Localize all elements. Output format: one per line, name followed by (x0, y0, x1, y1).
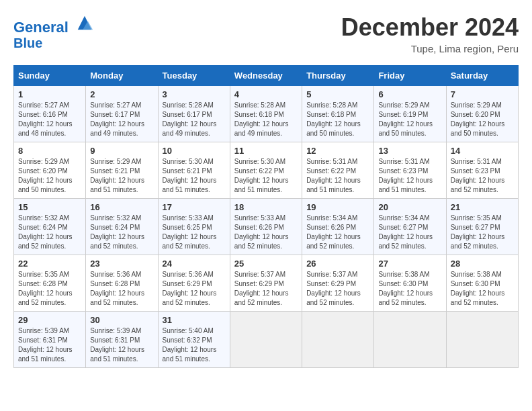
day-number: 25 (234, 259, 298, 269)
day-number: 17 (163, 202, 226, 212)
day-number: 23 (90, 259, 153, 269)
day-number: 24 (163, 259, 226, 269)
day-number: 28 (451, 259, 514, 269)
month-title: December 2024 (341, 13, 519, 42)
weekday-header-friday: Friday (374, 66, 446, 86)
day-number: 22 (18, 259, 81, 269)
calendar-week-5: 29Sunrise: 5:39 AM Sunset: 6:31 PM Dayli… (14, 312, 519, 368)
calendar-cell: 8Sunrise: 5:29 AM Sunset: 6:20 PM Daylig… (14, 142, 86, 199)
calendar-cell: 4Sunrise: 5:28 AM Sunset: 6:18 PM Daylig… (230, 86, 302, 142)
day-info: Sunrise: 5:32 AM Sunset: 6:24 PM Dayligh… (90, 214, 153, 251)
day-number: 4 (234, 89, 298, 99)
day-info: Sunrise: 5:27 AM Sunset: 6:17 PM Dayligh… (90, 101, 153, 138)
calendar-cell (446, 312, 518, 368)
weekday-header-monday: Monday (86, 66, 158, 86)
day-number: 20 (378, 202, 441, 212)
weekday-header-saturday: Saturday (446, 66, 518, 86)
day-number: 2 (90, 89, 153, 99)
title-block: December 2024 Tupe, Lima region, Peru (341, 13, 519, 54)
calendar-cell: 2Sunrise: 5:27 AM Sunset: 6:17 PM Daylig… (86, 86, 158, 142)
day-number: 30 (90, 315, 153, 325)
day-number: 13 (378, 146, 441, 156)
day-number: 5 (306, 89, 369, 99)
logo-blue: Blue (13, 36, 94, 50)
calendar-cell: 31Sunrise: 5:40 AM Sunset: 6:32 PM Dayli… (158, 312, 230, 368)
weekday-header-wednesday: Wednesday (230, 66, 302, 86)
weekday-header-sunday: Sunday (14, 66, 86, 86)
day-number: 8 (18, 146, 81, 156)
calendar-cell: 20Sunrise: 5:34 AM Sunset: 6:27 PM Dayli… (374, 199, 446, 255)
day-number: 14 (451, 146, 514, 156)
calendar-cell: 3Sunrise: 5:28 AM Sunset: 6:17 PM Daylig… (158, 86, 230, 142)
day-info: Sunrise: 5:28 AM Sunset: 6:18 PM Dayligh… (306, 101, 369, 138)
calendar-table: SundayMondayTuesdayWednesdayThursdayFrid… (13, 65, 519, 368)
day-info: Sunrise: 5:29 AM Sunset: 6:20 PM Dayligh… (18, 157, 81, 195)
calendar-cell: 29Sunrise: 5:39 AM Sunset: 6:31 PM Dayli… (14, 312, 86, 368)
day-info: Sunrise: 5:30 AM Sunset: 6:22 PM Dayligh… (234, 157, 298, 195)
day-info: Sunrise: 5:36 AM Sunset: 6:28 PM Dayligh… (90, 270, 153, 308)
calendar-cell: 1Sunrise: 5:27 AM Sunset: 6:16 PM Daylig… (14, 86, 86, 142)
day-number: 31 (163, 315, 226, 325)
day-info: Sunrise: 5:30 AM Sunset: 6:21 PM Dayligh… (163, 157, 226, 195)
calendar-cell (374, 312, 446, 368)
calendar-cell: 13Sunrise: 5:31 AM Sunset: 6:23 PM Dayli… (374, 142, 446, 199)
weekday-header-thursday: Thursday (302, 66, 374, 86)
calendar-week-4: 22Sunrise: 5:35 AM Sunset: 6:28 PM Dayli… (14, 255, 519, 312)
calendar-cell: 28Sunrise: 5:38 AM Sunset: 6:30 PM Dayli… (446, 255, 518, 312)
calendar-cell: 14Sunrise: 5:31 AM Sunset: 6:23 PM Dayli… (446, 142, 518, 199)
day-info: Sunrise: 5:31 AM Sunset: 6:23 PM Dayligh… (451, 157, 514, 195)
calendar-cell: 10Sunrise: 5:30 AM Sunset: 6:21 PM Dayli… (158, 142, 230, 199)
calendar-cell: 15Sunrise: 5:32 AM Sunset: 6:24 PM Dayli… (14, 199, 86, 255)
day-number: 9 (90, 146, 153, 156)
day-number: 18 (234, 202, 298, 212)
logo-text: General (13, 13, 94, 36)
day-info: Sunrise: 5:37 AM Sunset: 6:29 PM Dayligh… (306, 270, 369, 308)
day-info: Sunrise: 5:37 AM Sunset: 6:29 PM Dayligh… (234, 270, 298, 308)
day-info: Sunrise: 5:31 AM Sunset: 6:22 PM Dayligh… (306, 157, 369, 195)
day-info: Sunrise: 5:29 AM Sunset: 6:19 PM Dayligh… (378, 101, 441, 138)
day-info: Sunrise: 5:39 AM Sunset: 6:31 PM Dayligh… (90, 326, 153, 364)
calendar-cell: 18Sunrise: 5:33 AM Sunset: 6:26 PM Dayli… (230, 199, 302, 255)
calendar-cell: 27Sunrise: 5:38 AM Sunset: 6:30 PM Dayli… (374, 255, 446, 312)
calendar-week-3: 15Sunrise: 5:32 AM Sunset: 6:24 PM Dayli… (14, 199, 519, 255)
day-info: Sunrise: 5:39 AM Sunset: 6:31 PM Dayligh… (18, 326, 81, 364)
calendar-cell: 22Sunrise: 5:35 AM Sunset: 6:28 PM Dayli… (14, 255, 86, 312)
day-number: 26 (306, 259, 369, 269)
day-number: 15 (18, 202, 81, 212)
day-number: 3 (163, 89, 226, 99)
day-info: Sunrise: 5:35 AM Sunset: 6:27 PM Dayligh… (451, 214, 514, 251)
day-info: Sunrise: 5:29 AM Sunset: 6:20 PM Dayligh… (451, 101, 514, 138)
day-info: Sunrise: 5:28 AM Sunset: 6:18 PM Dayligh… (234, 101, 298, 138)
calendar-cell: 6Sunrise: 5:29 AM Sunset: 6:19 PM Daylig… (374, 86, 446, 142)
calendar-header: SundayMondayTuesdayWednesdayThursdayFrid… (14, 66, 519, 86)
day-number: 6 (378, 89, 441, 99)
day-number: 29 (18, 315, 81, 325)
calendar-cell (230, 312, 302, 368)
day-info: Sunrise: 5:32 AM Sunset: 6:24 PM Dayligh… (18, 214, 81, 251)
calendar-week-2: 8Sunrise: 5:29 AM Sunset: 6:20 PM Daylig… (14, 142, 519, 199)
day-number: 7 (451, 89, 514, 99)
calendar-cell: 11Sunrise: 5:30 AM Sunset: 6:22 PM Dayli… (230, 142, 302, 199)
logo: General Blue (13, 13, 94, 50)
day-info: Sunrise: 5:33 AM Sunset: 6:25 PM Dayligh… (163, 214, 226, 251)
calendar-cell: 5Sunrise: 5:28 AM Sunset: 6:18 PM Daylig… (302, 86, 374, 142)
calendar-cell: 23Sunrise: 5:36 AM Sunset: 6:28 PM Dayli… (86, 255, 158, 312)
day-info: Sunrise: 5:29 AM Sunset: 6:21 PM Dayligh… (90, 157, 153, 195)
calendar-cell: 17Sunrise: 5:33 AM Sunset: 6:25 PM Dayli… (158, 199, 230, 255)
day-info: Sunrise: 5:33 AM Sunset: 6:26 PM Dayligh… (234, 214, 298, 251)
calendar-cell: 25Sunrise: 5:37 AM Sunset: 6:29 PM Dayli… (230, 255, 302, 312)
calendar-cell: 7Sunrise: 5:29 AM Sunset: 6:20 PM Daylig… (446, 86, 518, 142)
calendar-week-1: 1Sunrise: 5:27 AM Sunset: 6:16 PM Daylig… (14, 86, 519, 142)
calendar-cell: 12Sunrise: 5:31 AM Sunset: 6:22 PM Dayli… (302, 142, 374, 199)
day-info: Sunrise: 5:34 AM Sunset: 6:27 PM Dayligh… (378, 214, 441, 251)
calendar-cell: 9Sunrise: 5:29 AM Sunset: 6:21 PM Daylig… (86, 142, 158, 199)
day-info: Sunrise: 5:35 AM Sunset: 6:28 PM Dayligh… (18, 270, 81, 308)
day-info: Sunrise: 5:40 AM Sunset: 6:32 PM Dayligh… (163, 326, 226, 364)
day-number: 16 (90, 202, 153, 212)
day-info: Sunrise: 5:28 AM Sunset: 6:17 PM Dayligh… (163, 101, 226, 138)
day-number: 27 (378, 259, 441, 269)
calendar-cell: 19Sunrise: 5:34 AM Sunset: 6:26 PM Dayli… (302, 199, 374, 255)
calendar-cell: 24Sunrise: 5:36 AM Sunset: 6:29 PM Dayli… (158, 255, 230, 312)
weekday-header-tuesday: Tuesday (158, 66, 230, 86)
day-info: Sunrise: 5:34 AM Sunset: 6:26 PM Dayligh… (306, 214, 369, 251)
